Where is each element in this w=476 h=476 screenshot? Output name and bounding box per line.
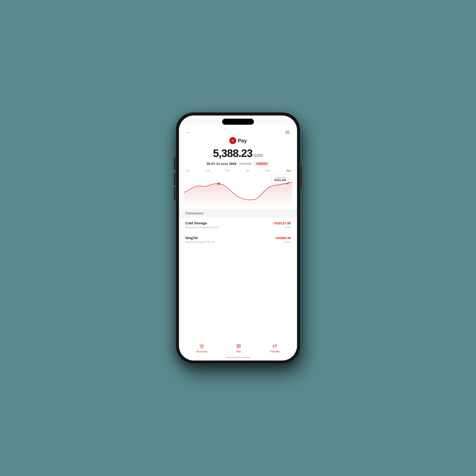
svg-point-6 <box>217 182 221 186</box>
chart-label-feb: Feb <box>205 169 210 172</box>
nav-label-pay: Pay <box>236 350 241 353</box>
transaction-type-1: GIRO <box>285 240 291 243</box>
transaction-type-0: Debit <box>285 226 291 228</box>
transaction-left-0: Cold Storage Dairy Farm Singapore Pte Lt… <box>185 221 219 229</box>
chart-svg-container[interactable]: 16 Mar 2018 SGD1,200 <box>184 173 292 205</box>
nav-item-pay[interactable]: Pay <box>232 342 245 355</box>
account-info: 30-07-14 xxxx 3568 Overdraft SGD250 <box>179 160 297 168</box>
transaction-sub-0: Dairy Farm Singapore Pte Ltd <box>185 226 219 229</box>
dynamic-island <box>222 119 254 125</box>
screen-content: ← Pay <box>179 125 297 360</box>
nav-item-transfer[interactable]: Transfer <box>266 342 284 355</box>
transaction-right-1: - SGD65.39 GIRO <box>274 236 291 243</box>
transaction-name-0: Cold Storage <box>185 221 219 225</box>
phone-frame: ← Pay <box>176 113 300 363</box>
chart-area: Jan Feb Mar Apr May Jun <box>179 168 297 209</box>
accounts-icon <box>199 343 205 349</box>
chart-label-apr: Apr <box>246 169 250 172</box>
home-indicator <box>225 357 251 358</box>
transfer-icon <box>272 343 278 349</box>
logo-icon <box>229 137 236 144</box>
tooltip-date: 16 Mar 2018 <box>274 176 286 179</box>
transactions-header: Transactions <box>179 209 297 218</box>
transaction-amount-1: - SGD65.39 <box>274 236 291 240</box>
bottom-nav: Accounts Pay <box>179 339 297 356</box>
balance-area: 5,388.23SGD <box>179 146 297 160</box>
transaction-right-0: - SGD127.89 Debit <box>272 221 291 228</box>
back-button[interactable]: ← <box>185 129 192 136</box>
app-title: Pay <box>238 138 247 144</box>
menu-button[interactable] <box>284 129 291 136</box>
transaction-amount-0: - SGD127.89 <box>272 221 291 225</box>
nav-label-accounts: Accounts <box>196 350 207 353</box>
transaction-name-1: SingTel <box>185 236 215 240</box>
gopay-logo-svg <box>231 138 235 143</box>
header: ← <box>179 125 297 137</box>
account-number: 30-07-14 xxxx 3568 <box>206 162 237 166</box>
transaction-sub-1: SingTel Singapore Pte Ltd <box>185 241 215 244</box>
nav-item-accounts[interactable]: Accounts <box>192 342 211 355</box>
transactions-section: Transactions Cold Storage Dairy Farm Sin… <box>179 209 297 339</box>
balance-currency: SGD <box>253 153 263 158</box>
chart-label-jan: Jan <box>185 169 189 172</box>
transaction-item-singtel[interactable]: SingTel SingTel Singapore Pte Ltd - SGD6… <box>179 232 297 247</box>
chart-label-may: May <box>265 169 270 172</box>
chart-tooltip: 16 Mar 2018 SGD1,200 <box>272 175 289 183</box>
svg-point-12 <box>204 345 204 345</box>
overdraft-badge: SGD250 <box>254 162 270 166</box>
back-arrow-icon: ← <box>187 130 190 135</box>
logo-area: Pay <box>179 137 297 146</box>
chart-month-labels: Jan Feb Mar Apr May Jun <box>184 169 292 172</box>
tooltip-amount: SGD1,200 <box>274 179 286 182</box>
menu-line-1 <box>286 131 289 131</box>
chart-label-jun: Jun <box>286 169 291 172</box>
transaction-item-cold-storage[interactable]: Cold Storage Dairy Farm Singapore Pte Lt… <box>179 218 297 232</box>
chart-label-mar: Mar <box>225 169 230 172</box>
menu-line-2 <box>286 132 289 133</box>
transaction-left-1: SingTel SingTel Singapore Pte Ltd <box>185 236 215 244</box>
menu-line-3 <box>286 133 289 134</box>
nav-label-transfer: Transfer <box>270 350 280 353</box>
overdraft-label: Overdraft <box>239 162 251 166</box>
pay-icon <box>236 343 242 349</box>
phone-screen: ← Pay <box>179 116 297 360</box>
svg-point-11 <box>200 345 200 345</box>
balance-amount: 5,388.23 <box>213 147 253 159</box>
